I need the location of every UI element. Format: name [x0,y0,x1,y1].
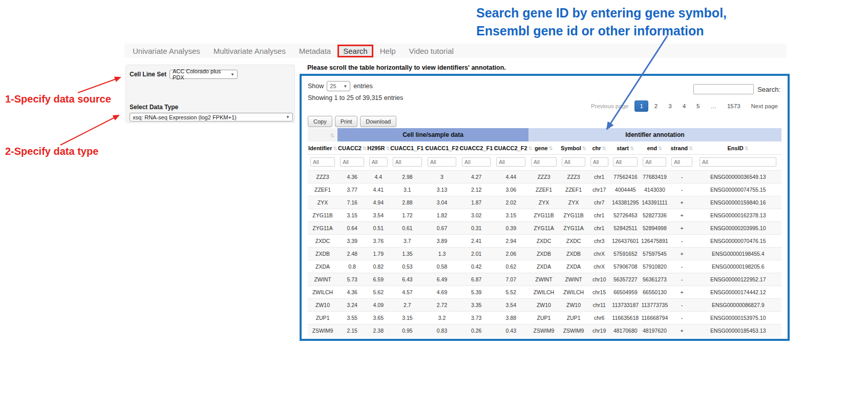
filter-input-gene[interactable] [531,157,557,167]
sort-icon[interactable]: ⇅ [745,146,749,151]
sort-icon[interactable]: ⇅ [602,146,606,151]
table-row-zwilch: ZWILCH4.365.624.574.695.395.52ZWILCHZWIL… [308,286,781,299]
sort-icon[interactable]: ⇅ [582,146,586,151]
sort-icon[interactable]: ⇅ [549,146,553,151]
column-label-cuacc2-f1: CUACC2_F1 [460,145,493,151]
column-header-cuacc2[interactable]: CUACC2⇅ [337,141,367,155]
download-button[interactable]: Download [360,116,396,127]
column-header-cuacc1-f1[interactable]: CUACC1_F1⇅ [390,141,425,155]
cell-cuacc1-f2: 0.83 [425,324,459,337]
column-header-cuacc2-f2[interactable]: CUACC2_F2⇅ [494,141,528,155]
column-label-strand: strand [670,145,688,151]
nav-tab-help[interactable]: Help [373,45,403,57]
page-button-4[interactable]: 4 [678,100,690,112]
filter-input-start[interactable] [613,157,638,167]
filter-input-cuacc2-f2[interactable] [496,157,525,167]
filter-input-ensid[interactable] [700,157,776,167]
filter-cell-chr [588,155,610,171]
column-header-identifier[interactable]: Identifier⇅ [308,141,337,155]
filter-input-symbol[interactable] [562,157,585,167]
cell-cuacc2: 2.48 [337,248,367,260]
filter-cell-cuacc2 [337,155,367,171]
next-page-button[interactable]: Next page [747,100,782,112]
cell-identifier: ZWINT [308,273,337,286]
cell-cuacc2-f2: 2.94 [494,235,528,248]
cell-cuacc1-f1: 2.7 [390,299,425,312]
sort-icon[interactable]: ⇅ [658,146,662,151]
page-button-1[interactable]: 1 [634,100,648,112]
sort-icon[interactable]: ⇅ [689,146,693,151]
page-length-select[interactable]: 25 ▼ [327,81,350,91]
column-header-end[interactable]: end⇅ [640,141,669,155]
cell-cuacc2: 0.8 [337,260,367,273]
page-button-5[interactable]: 5 [692,100,704,112]
cell-identifier: ZWILCH [308,286,337,299]
sort-icon[interactable]: ⇅ [330,133,334,138]
sort-icon[interactable]: ⇅ [333,146,337,151]
column-header-ensid[interactable]: EnsID⇅ [695,141,781,155]
column-header-gene[interactable]: gene⇅ [528,141,559,155]
cell-start: 126437601 [610,235,640,248]
column-header-strand[interactable]: strand⇅ [669,141,694,155]
cell-chr: chrX [588,260,610,273]
cell-cuacc1-f2: 2.72 [425,299,459,312]
column-header-cuacc2-f1[interactable]: CUACC2_F1⇅ [459,141,494,155]
nav-tab-metadata[interactable]: Metadata [292,45,338,57]
cell-identifier: ZUP1 [308,312,337,324]
copy-button[interactable]: Copy [308,116,332,127]
cell-end: 77683419 [640,171,669,184]
cell-cuacc1-f1: 1.35 [390,248,425,260]
column-header-chr[interactable]: chr⇅ [588,141,610,155]
cell-cuacc2-f2: 3.15 [494,209,528,222]
filter-input-chr[interactable] [590,157,608,167]
data-type-label: Select Data Type [130,104,178,111]
filter-input-cuacc1-f1[interactable] [393,157,422,167]
chevron-down-icon: ▼ [286,115,290,119]
filter-input-identifier[interactable] [310,157,335,167]
cell-strand: - [669,312,694,324]
nav-tab-univariate-analyses[interactable]: Univariate Analyses [126,45,207,57]
red-arrow-1 [78,77,120,93]
sort-icon[interactable]: ⇅ [630,146,634,151]
nav-tab-video-tutorial[interactable]: Video tutorial [403,45,460,57]
previous-page-button[interactable]: Previous page [586,100,633,112]
search-input[interactable] [693,84,754,94]
filter-input-h295r[interactable] [369,157,388,167]
search-annotation-line1: Search gene ID by entering gene symbol, [476,4,727,22]
page: Search gene ID by entering gene symbol, … [0,0,868,407]
cell-cuacc1-f2: 3.04 [425,196,459,209]
nav-tab-search[interactable]: Search [337,45,373,57]
page-button-2[interactable]: 2 [650,100,662,112]
cell-end: 113773735 [640,299,669,312]
group-header-spacer: ⇅ [308,128,337,141]
cell-cuacc2-f1: 0.42 [459,260,494,273]
filter-input-strand[interactable] [671,157,692,167]
nav-tab-multivariate-analyses[interactable]: Multivariate Analyses [207,45,292,57]
print-button[interactable]: Print [335,116,358,127]
page-button-1573[interactable]: 1573 [723,100,745,112]
chevron-down-icon: ▼ [230,72,235,77]
filter-input-cuacc1-f2[interactable] [428,157,456,167]
cell-ensid: ENSG00000162378.13 [695,209,781,222]
cell-strand: + [669,209,694,222]
column-header-h295r[interactable]: H295R⇅ [367,141,390,155]
sort-icon[interactable]: ⇅ [363,146,367,151]
sort-icon[interactable]: ⇅ [528,146,533,151]
sort-icon[interactable]: ⇅ [386,146,390,151]
filter-input-cuacc2-f1[interactable] [462,157,491,167]
cell-end: 52827336 [640,209,669,222]
data-type-select[interactable]: xsq: RNA-seq Expression (log2 FPKM+1) ▼ [130,113,293,121]
column-header-cuacc1-f2[interactable]: CUACC1_F2⇅ [425,141,459,155]
column-header-symbol[interactable]: Symbol⇅ [559,141,588,155]
column-header-start[interactable]: start⇅ [610,141,640,155]
cell-start: 57906708 [610,260,640,273]
filter-input-cuacc2[interactable] [340,157,364,167]
cell-line-set-select[interactable]: ACC Colorado plus PDX ▼ [170,70,238,79]
cell-strand: + [669,324,694,337]
cell-line-set-label: Cell Line Set [130,71,166,78]
cell-start: 116635618 [610,312,640,324]
filter-input-end[interactable] [643,157,666,167]
page-button-3[interactable]: 3 [664,100,676,112]
cell-cuacc2-f2: 2.06 [494,248,528,260]
cell-h295r: 0.51 [367,222,390,235]
